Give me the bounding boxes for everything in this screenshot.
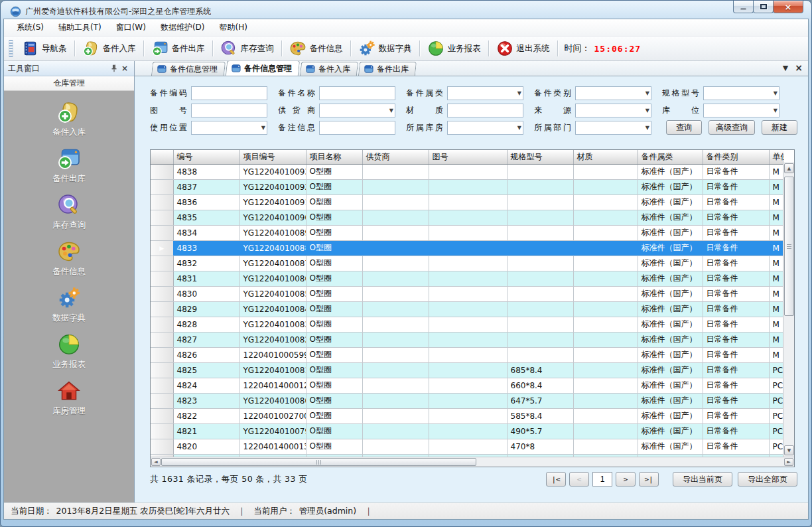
tab-close-icon[interactable]: × (795, 63, 803, 72)
part-code-input[interactable] (191, 86, 267, 100)
last-page-button[interactable]: >| (639, 472, 659, 487)
part-category-select[interactable]: ▼ (447, 86, 523, 100)
query-button[interactable]: 查询 (666, 120, 702, 135)
toolbar-button-outbound[interactable]: 备件出库 (147, 37, 210, 60)
table-row[interactable]: 4829YG12204010084O型圈标准件（国产）日常备件M (151, 301, 784, 317)
column-header[interactable]: 图号 (429, 150, 507, 164)
table-row[interactable]: 4821YG12204010079O型圈490*5.7标准件（国产）日常备件PC (151, 423, 784, 439)
scroll-up-icon[interactable]: ▲ (784, 163, 794, 173)
column-header[interactable]: 备件属类 (638, 150, 703, 164)
menu-item[interactable]: 帮助(H) (212, 19, 255, 36)
table-row[interactable]: 4837YG12204010092O型圈标准件（国产）日常备件M (151, 179, 784, 194)
row-selector-cell[interactable] (151, 347, 173, 362)
row-selector-cell[interactable] (151, 301, 173, 317)
tab-list-dropdown-icon[interactable]: ▼ (783, 64, 788, 72)
prev-page-button[interactable]: < (569, 472, 589, 487)
sidebar-item-inbound[interactable]: 备件入库 (29, 100, 109, 138)
row-selector-cell[interactable] (151, 378, 173, 393)
column-header[interactable]: 规格型号 (507, 150, 573, 164)
warehouse-section-header[interactable]: 仓库管理 (4, 76, 134, 91)
first-page-button[interactable]: |< (546, 472, 566, 487)
table-row[interactable]: 4831YG12204010086O型圈标准件（国产）日常备件M (151, 271, 784, 286)
material-input[interactable] (447, 104, 523, 117)
pin-button[interactable] (109, 63, 119, 74)
row-selector-cell[interactable] (151, 332, 173, 347)
column-header[interactable]: 项目编号 (239, 150, 306, 164)
table-row[interactable]: 4830YG12204010085O型圈标准件（国产）日常备件M (151, 286, 784, 301)
row-selector-cell[interactable] (151, 408, 173, 423)
table-row[interactable]: 48221220401002700O型圈585*8.4标准件（国产）日常备件PC (151, 408, 784, 423)
warehouse-select[interactable]: ▼ (447, 121, 523, 135)
table-row[interactable]: 4827YG12204010082O型圈标准件（国产）日常备件M (151, 332, 784, 347)
table-row[interactable]: 4836YG12204010091O型圈标准件（国产）日常备件M (151, 194, 784, 210)
table-row[interactable]: 4825YG12204010081O型圈685*8.4标准件（国产）日常备件PC (151, 362, 784, 378)
row-selector-cell[interactable] (151, 164, 173, 179)
minimize-button[interactable] (733, 1, 754, 13)
row-selector-cell[interactable] (151, 393, 173, 408)
menu-item[interactable]: 数据维护(D) (153, 19, 212, 36)
row-selector-cell[interactable] (151, 271, 173, 286)
scroll-left-icon[interactable]: ◄ (151, 458, 161, 466)
row-selector-cell[interactable] (151, 256, 173, 271)
menu-item[interactable]: 辅助工具(T) (51, 19, 109, 36)
toolbar-button-search[interactable]: 库存查询 (216, 37, 279, 60)
toolbar-button-palette[interactable]: 备件信息 (285, 37, 348, 60)
sidebar-item-pie[interactable]: 业务报表 (29, 333, 109, 370)
row-selector-cell[interactable] (151, 286, 173, 301)
export-current-page-button[interactable]: 导出当前页 (673, 472, 732, 487)
tab-inactive[interactable]: 备件信息管理 (151, 62, 226, 76)
column-header[interactable]: 备件类别 (703, 150, 769, 164)
horizontal-scroll-thumb[interactable] (161, 458, 476, 466)
tab-inactive[interactable]: 备件入库 (300, 62, 358, 76)
page-number-input[interactable] (592, 472, 612, 487)
menu-item[interactable]: 系统(S) (9, 19, 51, 36)
toolbar-grip[interactable] (9, 40, 13, 57)
menu-item[interactable]: 窗口(W) (109, 19, 153, 36)
horizontal-scrollbar[interactable]: ◄ ► (151, 457, 794, 467)
row-selector-cell[interactable] (151, 362, 173, 378)
column-header[interactable]: 材质 (573, 150, 638, 164)
row-selector-cell[interactable] (151, 194, 173, 210)
row-selector-cell[interactable] (151, 225, 173, 240)
column-header[interactable]: 编号 (173, 150, 239, 164)
source-select[interactable]: ▼ (575, 104, 651, 117)
sidebar-item-palette[interactable]: 备件信息 (29, 240, 109, 277)
table-row[interactable]: 4823YG12204010080O型圈647*5.7标准件（国产）日常备件PC (151, 393, 784, 408)
column-header[interactable]: 供货商 (362, 150, 429, 164)
close-button[interactable]: × (773, 1, 803, 13)
table-row[interactable]: 4828YG12204010083O型圈标准件（国产）日常备件M (151, 317, 784, 332)
row-selector-cell[interactable] (151, 317, 173, 332)
table-row[interactable]: 48241220401400012O型圈660*8.4标准件（国产）日常备件PC (151, 378, 784, 393)
new-button[interactable]: 新建 (762, 120, 797, 135)
drawing-no-input[interactable] (191, 104, 267, 117)
table-row[interactable]: 4834YG12204010089O型圈标准件（国产）日常备件M (151, 225, 784, 240)
maximize-button[interactable] (753, 1, 774, 13)
table-row[interactable]: 4835YG12204010090O型圈标准件（国产）日常备件M (151, 210, 784, 225)
row-selector-header[interactable] (151, 150, 173, 164)
remark-input[interactable] (319, 121, 395, 135)
toolbar-button-book[interactable]: 导航条 (17, 37, 72, 60)
part-name-input[interactable] (319, 86, 395, 100)
tab-active[interactable]: 备件信息管理 (226, 61, 300, 76)
sidebar-item-home[interactable]: 库房管理 (29, 379, 109, 417)
toolbar-button-inbound[interactable]: 备件入库 (78, 37, 141, 60)
scroll-down-icon[interactable]: ▼ (784, 445, 794, 455)
next-page-button[interactable]: > (616, 472, 636, 487)
column-header[interactable]: 单位 (769, 150, 784, 164)
row-selector-cell[interactable] (151, 179, 173, 194)
row-selector-cell[interactable] (151, 439, 173, 454)
tab-inactive[interactable]: 备件出库 (358, 62, 417, 76)
advanced-query-button[interactable]: 高级查询 (709, 120, 755, 135)
table-row[interactable]: 4838YG12204010093O型圈标准件（国产）日常备件M (151, 164, 784, 179)
toolbar-button-gears[interactable]: 数据字典 (354, 37, 417, 60)
usage-position-select[interactable]: ▼ (191, 121, 267, 135)
tool-window-close-button[interactable]: × (119, 63, 130, 74)
sidebar-item-gears[interactable]: 数据字典 (29, 286, 109, 324)
sidebar-item-search[interactable]: 库存查询 (29, 193, 109, 231)
table-row[interactable]: 48261220401000599O型圈标准件（国产）日常备件M (151, 347, 784, 362)
table-row[interactable]: 4832YG12204010087O型圈标准件（国产）日常备件M (151, 256, 784, 271)
vertical-scroll-thumb[interactable] (784, 177, 794, 316)
spec-model-select[interactable]: ▼ (703, 86, 779, 100)
export-all-pages-button[interactable]: 导出全部页 (738, 472, 797, 487)
supplier-select[interactable]: ▼ (319, 104, 395, 117)
